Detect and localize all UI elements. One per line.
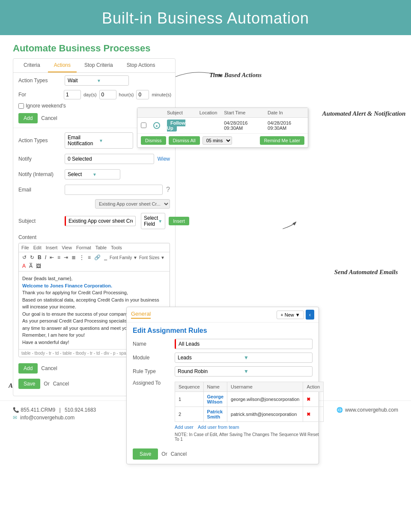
alert-mins-select[interactable]: 05 mins bbox=[203, 136, 232, 145]
user-username: patrick.smith@jonescorporation bbox=[227, 407, 303, 422]
assignment-name-input[interactable] bbox=[175, 339, 313, 349]
mins-label: minute(s) bbox=[152, 92, 171, 97]
notify-internal-row: Notify (Internal) Select ▼ bbox=[13, 167, 175, 182]
bold-icon[interactable]: B bbox=[37, 254, 42, 261]
cancel-button-2[interactable]: Cancel bbox=[41, 365, 57, 371]
assignment-panel-title: Edit Assignment Rules bbox=[133, 327, 313, 335]
redo-icon[interactable]: ↻ bbox=[29, 254, 35, 261]
back-button[interactable]: ‹ bbox=[306, 310, 314, 320]
align-left-icon[interactable]: ⇤ bbox=[49, 254, 55, 261]
tab-actions[interactable]: Actions bbox=[48, 59, 77, 72]
image-icon[interactable]: 🖼 bbox=[35, 263, 42, 269]
notify-wiew-link[interactable]: Wiew bbox=[158, 156, 170, 162]
notify-internal-select[interactable]: Select ▼ bbox=[65, 169, 120, 179]
delete-user-icon[interactable]: ✖ bbox=[307, 412, 310, 417]
cancel-button-3[interactable]: Cancel bbox=[53, 381, 69, 387]
italic-icon[interactable]: I bbox=[44, 254, 47, 261]
notify-row: Notify Wiew bbox=[13, 151, 175, 167]
delete-user-icon[interactable]: ✖ bbox=[307, 397, 310, 402]
dismiss-all-button[interactable]: Dismiss All bbox=[169, 136, 200, 145]
align-justify-icon[interactable]: ≣ bbox=[71, 254, 77, 261]
assignment-rule-type-row: Rule Type Round Robin ▼ bbox=[133, 366, 313, 377]
menu-file[interactable]: File bbox=[21, 245, 29, 250]
tab-stop-criteria[interactable]: Stop Criteria bbox=[78, 59, 119, 72]
assigned-user-row: 1 George Wilson george.wilson@jonescorpo… bbox=[175, 392, 324, 407]
menu-edit[interactable]: Edit bbox=[33, 245, 42, 250]
menu-table[interactable]: Table bbox=[95, 245, 107, 250]
menu-view[interactable]: View bbox=[62, 245, 72, 250]
cancel-button-1[interactable]: Cancel bbox=[41, 115, 57, 121]
new-dropdown-icon: ▼ bbox=[295, 312, 300, 317]
tab-stop-actions[interactable]: Stop Actions bbox=[121, 59, 161, 72]
dismiss-button[interactable]: Dismiss bbox=[141, 136, 166, 145]
save-button[interactable]: Save bbox=[18, 379, 40, 389]
menu-tools[interactable]: Tools bbox=[111, 245, 122, 250]
assignment-cancel-button[interactable]: Cancel bbox=[171, 451, 187, 457]
user-seq: 2 bbox=[175, 407, 204, 422]
assignment-rule-type-select[interactable]: Round Robin ▼ bbox=[175, 366, 313, 377]
select-field-dropdown[interactable]: Select Field ▼ bbox=[141, 213, 165, 229]
action-types-value: Wait bbox=[68, 78, 97, 84]
add-team-link[interactable]: Add user from team bbox=[198, 424, 239, 430]
assignment-module-value: Leads bbox=[178, 355, 244, 361]
ordered-list-icon[interactable]: ≡ bbox=[87, 254, 92, 261]
remind-button[interactable]: Remind Me Later bbox=[260, 136, 304, 145]
alert-footer: Dismiss Dismiss All 05 mins Remind Me La… bbox=[137, 133, 308, 147]
assignment-assigned-label: Assigned To bbox=[133, 380, 171, 386]
footer-website: www.convergehub.com bbox=[345, 407, 398, 413]
header-title: Built-in Business Automation bbox=[102, 9, 309, 27]
action-types-select[interactable]: Wait ▼ bbox=[65, 75, 129, 86]
alert-row-checkbox[interactable] bbox=[141, 123, 146, 128]
add-button-1[interactable]: Add bbox=[18, 113, 38, 123]
days-label: day(s) bbox=[83, 92, 97, 97]
assignment-rule-type-value: Round Robin bbox=[178, 368, 244, 374]
col-username: Username bbox=[227, 382, 303, 392]
link-icon[interactable]: 🔗 bbox=[93, 254, 101, 261]
editor-line-1: Dear {leads last_name}, bbox=[22, 275, 166, 282]
font-family-select[interactable]: Font Family ▼ bbox=[110, 255, 137, 260]
assignment-save-button[interactable]: Save bbox=[133, 448, 158, 460]
new-button[interactable]: + New ▼ bbox=[277, 311, 304, 319]
assignment-note: NOTE: In Case of Edit, After Saving The … bbox=[175, 432, 324, 442]
add-button-2[interactable]: Add bbox=[18, 363, 38, 374]
align-center-icon[interactable]: ≡ bbox=[57, 254, 61, 261]
editor-line-2: Welcome to Jones Finance Corporation. bbox=[22, 282, 166, 290]
ignore-weekends-checkbox[interactable] bbox=[18, 103, 24, 109]
phone-icon: 📞 bbox=[13, 407, 19, 413]
module-arrow-icon: ▼ bbox=[244, 355, 310, 361]
action-types-select-2[interactable]: Email Notification ▼ bbox=[65, 132, 133, 149]
editor-menu-toolbar: File Edit Insert View Format Table Tools bbox=[19, 243, 170, 252]
notify-input[interactable] bbox=[65, 154, 154, 164]
for-hours-input[interactable] bbox=[99, 90, 116, 99]
menu-format[interactable]: Format bbox=[76, 245, 91, 250]
list-icon[interactable]: ⋮ bbox=[78, 254, 85, 261]
font-size-select[interactable]: Font Sizes ▼ bbox=[139, 255, 165, 260]
content-label: Content bbox=[18, 234, 61, 240]
col-action: Action bbox=[303, 382, 324, 392]
for-days-input[interactable] bbox=[64, 90, 81, 99]
add-user-link[interactable]: Add user bbox=[175, 424, 194, 430]
subject-input[interactable] bbox=[65, 216, 136, 226]
footer-divider: | bbox=[59, 407, 60, 413]
action-types-arrow-icon-2: ▼ bbox=[99, 138, 130, 143]
alert-col-start-time: Start Time bbox=[220, 108, 264, 118]
unlink-icon[interactable]: ⎯ bbox=[103, 254, 108, 261]
email-input[interactable] bbox=[65, 185, 163, 195]
align-right-icon[interactable]: ⇥ bbox=[63, 254, 69, 261]
assignment-tab-general[interactable]: General bbox=[131, 311, 151, 319]
highlight-icon[interactable]: A̅ bbox=[28, 263, 33, 269]
follow-up-badge: Follow Up bbox=[167, 120, 185, 132]
email-label: Email bbox=[18, 187, 61, 193]
insert-dropdown[interactable]: Existing App cover sheet Cr... bbox=[95, 199, 170, 209]
insert-button[interactable]: Insert bbox=[169, 217, 189, 225]
action-types-row: Action Types Wait ▼ bbox=[13, 73, 175, 88]
font-color-icon[interactable]: A bbox=[21, 263, 27, 269]
tab-criteria[interactable]: Criteria bbox=[18, 59, 46, 72]
undo-icon[interactable]: ↺ bbox=[21, 254, 27, 261]
alert-location bbox=[196, 118, 221, 134]
for-mins-input[interactable] bbox=[136, 90, 149, 99]
annotation-time-based: Time Based Actions bbox=[193, 71, 278, 80]
assignment-module-select[interactable]: Leads ▼ bbox=[175, 353, 313, 363]
subject-label: Subject bbox=[18, 218, 61, 224]
menu-insert[interactable]: Insert bbox=[46, 245, 58, 250]
